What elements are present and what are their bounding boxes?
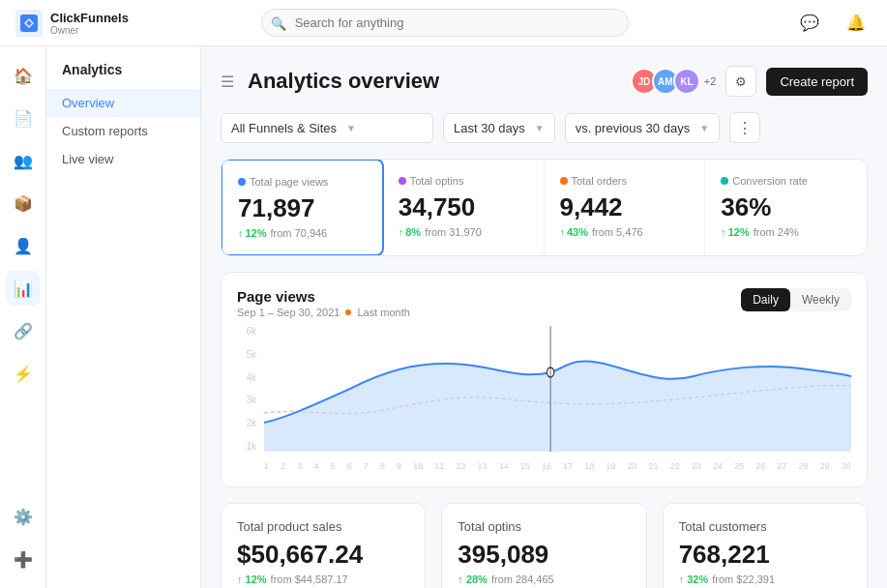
date-filter[interactable]: Last 30 days ▼: [443, 113, 555, 143]
avatar-count: +2: [704, 75, 717, 87]
bottom-card-2: Total customers 768,221 ↑ 32% from $22,3…: [663, 503, 868, 588]
chart-x-label: 10: [413, 461, 423, 471]
stat-card-2: Total orders 9,442 43% from 5,476: [545, 160, 706, 255]
stat-color-dot: [560, 177, 568, 185]
funnel-filter-label: All Funnels & Sites: [231, 121, 337, 135]
nav-pages[interactable]: 📄: [6, 101, 41, 135]
bottom-card-change-pct: ↑ 12%: [237, 573, 267, 585]
chart-section: Page views Sep 1 – Sep 30, 2021 Last mon…: [221, 272, 868, 487]
stat-value: 9,442: [560, 192, 690, 222]
chart-x-label: 4: [313, 461, 318, 471]
nav-integrations[interactable]: 🔗: [6, 313, 41, 348]
compare-filter[interactable]: vs. previous 30 days ▼: [565, 113, 720, 143]
chart-x-label: 17: [563, 461, 573, 471]
icon-nav-strip: 🏠 📄 👥 📦 👤 📊 🔗 ⚡ ⚙️ ➕: [0, 46, 46, 588]
nav-home[interactable]: 🏠: [6, 58, 41, 93]
chart-x-label: 11: [434, 461, 444, 471]
bottom-card-value: 768,221: [679, 540, 851, 570]
chart-svg: [264, 326, 851, 452]
bottom-card-change-pct: ↑ 28%: [458, 573, 488, 585]
chart-x-label: 1: [264, 461, 269, 471]
logo-area: ClickFunnels Owner: [15, 10, 170, 37]
stat-color-dot: [721, 177, 728, 185]
sidebar-item-overview[interactable]: Overview: [46, 89, 200, 117]
notifications-button[interactable]: 🔔: [841, 8, 872, 39]
stat-change-pct: 12%: [238, 227, 267, 239]
chart-x-label: 30: [842, 461, 851, 471]
stat-change: 43% from 5,476: [560, 226, 690, 238]
chart-y-label: 1k: [237, 441, 256, 452]
bottom-card-value: $50,667.24: [237, 540, 409, 570]
sidebar-item-custom-reports[interactable]: Custom reports: [46, 117, 200, 145]
chart-x-label: 15: [520, 461, 530, 471]
stat-label: Conversion rate: [721, 175, 851, 187]
sidebar-title: Analytics: [46, 62, 200, 89]
stat-change-pct: 12%: [721, 226, 750, 238]
chart-toggle: Daily Weekly: [741, 288, 851, 311]
last-month-dot: [345, 309, 351, 315]
bottom-card-value: 395,089: [458, 540, 630, 570]
bottom-card-title: Total customers: [679, 519, 851, 534]
settings-button[interactable]: ⚙: [725, 66, 756, 97]
stat-label: Total page views: [238, 176, 367, 188]
chart-x-label: 6: [347, 461, 352, 471]
search-input[interactable]: [261, 9, 629, 37]
stat-change: 12% from 70,946: [238, 227, 367, 239]
nav-contacts[interactable]: 👥: [6, 143, 41, 178]
stat-change: 8% from 31,970: [399, 226, 528, 238]
chart-x-label: 13: [478, 461, 488, 471]
date-filter-label: Last 30 days: [454, 121, 525, 135]
chart-y-labels: 6k5k4k3k2k1k: [237, 326, 256, 452]
chart-x-label: 21: [649, 461, 659, 471]
logo-icon: [15, 10, 43, 37]
bottom-card-change: ↑ 28% from 284,465: [458, 573, 630, 585]
chart-x-label: 27: [777, 461, 786, 471]
chart-x-label: 22: [670, 461, 680, 471]
stat-value: 36%: [721, 192, 851, 222]
stat-label: Total orders: [560, 175, 690, 187]
chart-x-labels: 1234567891011121314151617181920212223242…: [264, 461, 851, 471]
compare-chevron-icon: ▼: [699, 123, 709, 133]
chart-y-label: 5k: [237, 349, 256, 360]
nav-automations[interactable]: ⚡: [6, 356, 41, 391]
stats-grid: Total page views 71,897 12% from 70,946 …: [221, 159, 868, 256]
weekly-toggle-button[interactable]: Weekly: [790, 288, 851, 311]
funnel-filter[interactable]: All Funnels & Sites ▼: [221, 113, 433, 143]
nav-add[interactable]: ➕: [6, 542, 41, 576]
chart-x-label: 26: [755, 461, 765, 471]
nav-orders[interactable]: 📦: [6, 186, 41, 220]
bottom-card-title: Total product sales: [237, 519, 409, 534]
stat-change-pct: 43%: [560, 226, 589, 238]
stat-color-dot: [399, 177, 406, 185]
create-report-button[interactable]: Create report: [766, 68, 868, 96]
hamburger-icon[interactable]: ☰: [221, 73, 234, 91]
main-layout: 🏠 📄 👥 📦 👤 📊 🔗 ⚡ ⚙️ ➕ Analytics Overview …: [0, 46, 887, 588]
avatar-group: JD AM KL +2: [631, 68, 717, 95]
app-name: ClickFunnels: [50, 11, 129, 25]
sidebar-item-live-view[interactable]: Live view: [46, 145, 200, 173]
sub-sidebar: Analytics Overview Custom reports Live v…: [46, 46, 201, 588]
nav-members[interactable]: 👤: [6, 228, 41, 263]
chart-x-label: 24: [713, 461, 723, 471]
stat-value: 34,750: [399, 192, 528, 222]
chart-x-label: 29: [820, 461, 830, 471]
chart-x-label: 19: [606, 461, 615, 471]
bottom-card-title: Total optins: [458, 519, 630, 534]
stat-color-dot: [238, 178, 246, 186]
chart-x-label: 3: [297, 461, 302, 471]
stat-card-3: Conversion rate 36% 12% from 24%: [705, 160, 867, 255]
daily-toggle-button[interactable]: Daily: [741, 288, 790, 311]
nav-settings[interactable]: ⚙️: [6, 499, 41, 534]
nav-analytics[interactable]: 📊: [6, 271, 41, 306]
chart-subtitle: Sep 1 – Sep 30, 2021 Last month: [237, 307, 410, 318]
chart-y-label: 6k: [237, 326, 256, 337]
stat-change: 12% from 24%: [721, 226, 851, 238]
funnel-chevron-icon: ▼: [346, 123, 356, 133]
stat-card-0: Total page views 71,897 12% from 70,946: [221, 159, 384, 256]
chart-x-label: 14: [499, 461, 509, 471]
filter-more-button[interactable]: ⋮: [729, 112, 760, 143]
chart-x-label: 12: [456, 461, 465, 471]
messages-button[interactable]: 💬: [794, 8, 825, 39]
search-bar[interactable]: 🔍: [261, 9, 629, 37]
chart-x-label: 18: [584, 461, 594, 471]
